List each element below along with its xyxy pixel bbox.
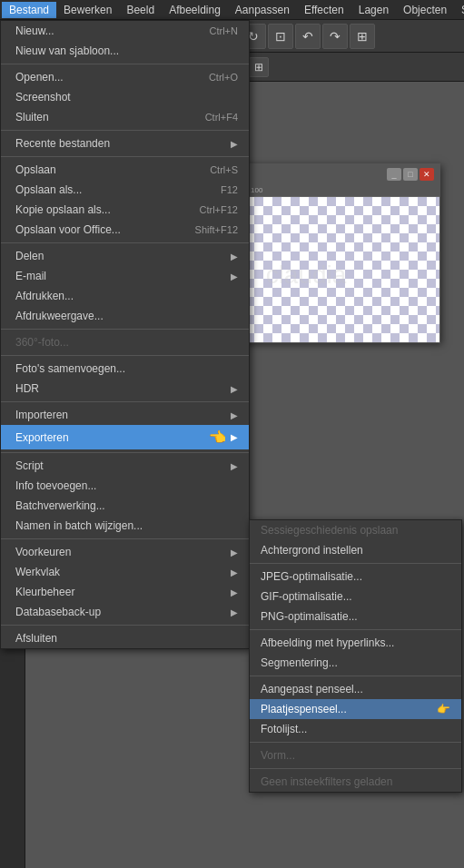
menubar-item-afbeelding[interactable]: Afbeelding [162,2,228,18]
menu-item-batchverwerking[interactable]: Batchverwerking... [1,496,249,516]
menu-label-office: Opslaan voor Office... [15,223,121,236]
menu-label-kleurbeheer: Kleurbeheer [15,586,74,598]
delen-arrow-icon: ▶ [231,252,238,261]
menu-label-kopie: Kopie opslaan als... [15,203,111,216]
menu-label-recente: Recente bestanden [15,137,110,150]
menu-item-afdrukken[interactable]: Afdrukken... [1,286,249,306]
menu-item-afsluiten[interactable]: Afsluiten [1,628,249,648]
extra-zoom-button[interactable]: ⊞ [249,57,269,77]
menu-item-importeren[interactable]: Importeren ▶ [1,405,249,425]
menu-label-hdr: HDR [15,382,39,395]
menu-shortcut-opslaan-als: F12 [221,184,238,195]
sub-sep-3 [250,676,461,676]
hdr-arrow-icon: ▶ [231,384,238,394]
menu-label-opslaan-als: Opslaan als... [15,183,82,196]
menu-label-batch: Batchverwerking... [15,499,105,512]
sub-label-aangepast: Aangepast penseel... [261,683,363,695]
menu-item-databaseback-up[interactable]: Databaseback-up ▶ [1,602,249,622]
importeren-arrow-icon: ▶ [231,410,238,420]
menu-sep-5 [1,329,249,330]
menu-shortcut-office: Shift+F12 [195,224,238,235]
menu-item-hdr[interactable]: HDR ▶ [1,379,249,399]
menu-item-360-foto: 360°-foto... [1,332,249,352]
menubar-item-selec[interactable]: Selec [454,2,464,18]
sub-label-gif: GIF-optimalisatie... [261,590,352,603]
sub-menu-exporteren: Sessiegeschiedenis opslaan Achtergrond i… [249,519,462,793]
sub-menu-item-fotolijst[interactable]: Fotolijst... [250,719,461,739]
menu-sep-9 [1,538,249,539]
menu-sep-6 [1,355,249,356]
sub-label-achtergrond: Achtergrond instellen [261,544,363,557]
window-maximize-button[interactable]: □ [403,168,418,181]
menu-item-script[interactable]: Script ▶ [1,456,249,476]
menu-label-fotos: Foto's samenvoegen... [15,362,125,375]
menu-item-screenshot[interactable]: Screenshot [1,87,249,107]
menu-label-nieuw-sjabloon: Nieuw van sjabloon... [15,44,119,57]
menu-item-werkvlak[interactable]: Werkvlak ▶ [1,562,249,582]
menu-item-fotos-samenvoegen[interactable]: Foto's samenvoegen... [1,359,249,379]
window-minimize-button[interactable]: _ [387,168,401,181]
sub-menu-item-segmentering[interactable]: Segmentering... [250,653,461,673]
menu-item-opslaan[interactable]: Opslaan Ctrl+S [1,160,249,180]
sub-menu-item-achtergrond[interactable]: Achtergrond instellen [250,540,461,560]
exporteren-hand-icon: 👉 [209,429,227,446]
menu-item-voorkeuren[interactable]: Voorkeuren ▶ [1,542,249,562]
menubar: Bestand Bewerken Beeld Afbeelding Aanpas… [0,0,464,20]
menu-item-opslaan-office[interactable]: Opslaan voor Office... Shift+F12 [1,220,249,240]
menu-item-nieuw[interactable]: Nieuw... Ctrl+N [1,21,249,41]
sub-sep-5 [250,768,461,769]
menu-item-delen[interactable]: Delen ▶ [1,246,249,266]
menu-label-email: E-mail [15,270,46,282]
transform-button[interactable]: ⊡ [268,24,293,49]
script-arrow-icon: ▶ [231,461,238,471]
menu-item-exporteren[interactable]: Exporteren 👉 ▶ [1,425,249,449]
menu-item-kleurbeheer[interactable]: Kleurbeheer ▶ [1,582,249,602]
sub-menu-item-aangepast-penseel[interactable]: Aangepast penseel... [250,679,461,699]
plaatjes-hand-icon: 👉 [437,703,450,715]
recente-arrow-icon: ▶ [231,139,238,149]
menu-shortcut-openen: Ctrl+O [209,72,238,83]
menubar-item-effecten[interactable]: Effecten [297,2,351,18]
menu-shortcut-kopie: Ctrl+F12 [200,204,239,215]
menu-item-opslaan-als[interactable]: Opslaan als... F12 [1,180,249,200]
sub-menu-item-plaatjespenseel[interactable]: Plaatjespenseel... 👉 [250,699,461,719]
menu-item-sluiten[interactable]: Sluiten Ctrl+F4 [1,107,249,127]
image-titlebar-buttons: _ □ ✕ [387,168,434,181]
menu-item-openen[interactable]: Openen... Ctrl+O [1,67,249,87]
menu-item-nieuw-sjabloon[interactable]: Nieuw van sjabloon... [1,41,249,61]
menu-item-email[interactable]: E-mail ▶ [1,266,249,286]
menubar-item-aanpassen[interactable]: Aanpassen [228,2,297,18]
menu-shortcut-nieuw: Ctrl+N [210,25,238,36]
menubar-item-bewerken[interactable]: Bewerken [56,2,119,18]
sub-sep-1 [250,563,461,564]
sub-menu-item-hyperlinks[interactable]: Afbeelding met hyperlinks... [250,633,461,653]
sub-label-jpeg: JPEG-optimalisatie... [261,570,362,583]
menubar-item-lagen[interactable]: Lagen [351,2,396,18]
menu-item-info-toevoegen[interactable]: Info toevoegen... [1,476,249,496]
sub-menu-item-gif[interactable]: GIF-optimalisatie... [250,587,461,607]
rotate-right-button[interactable]: ↷ [322,24,348,49]
main-menu-bestand: Nieuw... Ctrl+N Nieuw van sjabloon... Op… [0,20,250,649]
menubar-item-objecten[interactable]: Objecten [396,2,454,18]
menubar-item-beeld[interactable]: Beeld [119,2,162,18]
sub-menu-item-jpeg[interactable]: JPEG-optimalisatie... [250,567,461,587]
menu-label-openen: Openen... [15,71,64,84]
menubar-item-bestand[interactable]: Bestand [2,2,56,18]
sub-label-sessie: Sessiegeschiedenis opslaan [261,524,398,537]
menu-item-afdrukweergave[interactable]: Afdrukweergave... [1,306,249,326]
sub-menu-item-png[interactable]: PNG-optimalisatie... [250,607,461,626]
sub-sep-4 [250,742,461,743]
menu-label-info: Info toevoegen... [15,479,96,492]
menu-label-afdrukweergave: Afdrukweergave... [15,310,104,322]
sub-label-plaatjes: Plaatjespenseel... [261,703,347,715]
window-close-button[interactable]: ✕ [420,168,434,181]
sub-label-png: PNG-optimalisatie... [261,610,358,623]
menu-item-kopie-opslaan[interactable]: Kopie opslaan als... Ctrl+F12 [1,200,249,220]
menu-label-importeren: Importeren [15,409,68,421]
menu-item-recente-bestanden[interactable]: Recente bestanden ▶ [1,133,249,153]
menu-item-namen-batch[interactable]: Namen in batch wijzigen... [1,516,249,536]
rotate-left-button[interactable]: ↶ [295,24,321,49]
extra-button[interactable]: ⊞ [350,24,375,49]
menu-label-screenshot: Screenshot [15,91,71,104]
sub-label-hyperlinks: Afbeelding met hyperlinks... [261,636,394,649]
